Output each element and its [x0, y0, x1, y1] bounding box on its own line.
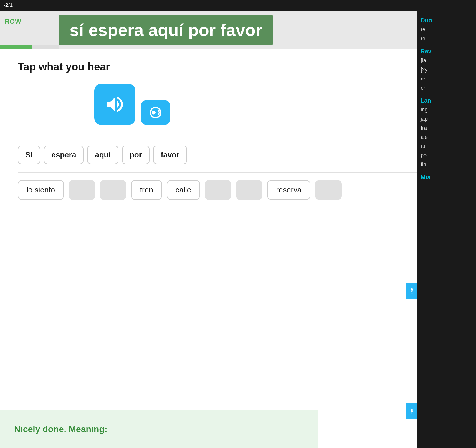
sidebar-section-title: Lan — [417, 94, 476, 105]
counter-label: -2/1 — [4, 2, 13, 9]
streak-label: ROW — [5, 18, 22, 25]
sidebar-item[interactable]: po — [417, 151, 476, 160]
instruction: Tap what you hear — [18, 61, 458, 73]
word-chip[interactable]: tren — [131, 180, 162, 200]
feedback-text: Nicely done. Meaning: — [14, 424, 108, 434]
answer-chip[interactable]: espera — [44, 146, 84, 164]
sidebar-item[interactable]: ing — [417, 105, 476, 114]
word-bank: lo sientotrencallereserva — [18, 180, 458, 206]
answer-chip[interactable]: por — [122, 146, 150, 164]
main-content: Tap what you hear Síesperaaquíporfavor l… — [0, 49, 476, 218]
sidebar-section-title: Rev — [417, 45, 476, 56]
audio-buttons — [18, 84, 458, 125]
answer-area: Síesperaaquíporfavor — [18, 140, 458, 169]
sidebar-item[interactable]: ale — [417, 133, 476, 142]
answer-chip[interactable]: Sí — [18, 146, 40, 164]
turtle-speaker-icon — [148, 105, 163, 120]
answer-chip[interactable]: favor — [153, 146, 187, 164]
header: ROW sí espera aquí por favor — [0, 11, 476, 49]
sidebar: [x] DuorereRev[la[xyreenLaningjapfraaler… — [417, 0, 476, 448]
sidebar-content: DuorereRev[la[xyreenLaningjapfraalerupof… — [417, 14, 476, 184]
svg-point-0 — [152, 111, 156, 114]
sidebar-item[interactable]: re — [417, 34, 476, 43]
sidebar-item[interactable]: [la — [417, 56, 476, 65]
sidebar-section-title: Duo — [417, 14, 476, 25]
top-bar: -2/1 — [0, 0, 476, 11]
blank-chip — [100, 180, 126, 200]
play-slow-audio-button[interactable] — [141, 100, 170, 125]
sidebar-item[interactable]: fra — [417, 123, 476, 133]
word-chip[interactable]: reserva — [267, 180, 310, 200]
blank-chip — [205, 180, 231, 200]
blank-chip — [315, 180, 342, 200]
sidebar-item[interactable]: fin — [417, 160, 476, 169]
word-chip[interactable]: lo siento — [18, 180, 64, 200]
sidebar-section-title: Mis — [417, 171, 476, 182]
phrase-box: sí espera aquí por favor — [59, 15, 273, 45]
sidebar-item[interactable]: jap — [417, 114, 476, 123]
sidebar-item[interactable]: re — [417, 25, 476, 34]
play-audio-button[interactable] — [94, 84, 135, 125]
fin-edge-chip: fin — [406, 403, 417, 419]
feedback-bar: Nicely done. Meaning: — [0, 410, 318, 448]
sidebar-item[interactable]: re — [417, 74, 476, 83]
speaker-icon — [104, 94, 125, 115]
blank-chip — [69, 180, 95, 200]
sidebar-item[interactable]: en — [417, 83, 476, 93]
divider — [18, 172, 458, 173]
blank-chip — [236, 180, 262, 200]
word-chip[interactable]: calle — [167, 180, 200, 200]
inc-edge-chip: inc — [406, 283, 417, 299]
sidebar-item[interactable]: ru — [417, 142, 476, 151]
answer-chip[interactable]: aquí — [87, 146, 118, 164]
progress-bar-container — [0, 45, 59, 49]
progress-bar — [0, 45, 32, 49]
sidebar-item[interactable]: [xy — [417, 65, 476, 74]
